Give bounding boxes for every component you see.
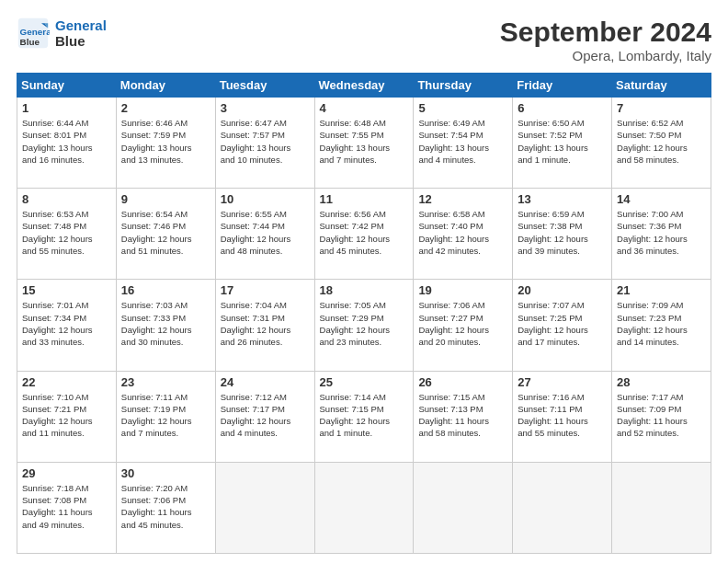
calendar-week-2: 8Sunrise: 6:53 AM Sunset: 7:48 PM Daylig… — [17, 189, 711, 280]
calendar-day-cell: 1Sunrise: 6:44 AM Sunset: 8:01 PM Daylig… — [17, 98, 117, 189]
calendar-week-5: 29Sunrise: 7:18 AM Sunset: 7:08 PM Dayli… — [17, 462, 711, 553]
main-title: September 2024 — [500, 17, 711, 48]
calendar-header-monday: Monday — [116, 74, 215, 98]
calendar-table: SundayMondayTuesdayWednesdayThursdayFrid… — [17, 73, 711, 554]
calendar-day-cell — [314, 462, 414, 553]
calendar-week-3: 15Sunrise: 7:01 AM Sunset: 7:34 PM Dayli… — [17, 280, 711, 371]
day-detail: Sunrise: 6:49 AM Sunset: 7:54 PM Dayligh… — [418, 117, 507, 166]
calendar-day-cell: 16Sunrise: 7:03 AM Sunset: 7:33 PM Dayli… — [116, 280, 215, 371]
day-detail: Sunrise: 7:15 AM Sunset: 7:13 PM Dayligh… — [418, 391, 507, 440]
calendar-day-cell: 25Sunrise: 7:14 AM Sunset: 7:15 PM Dayli… — [314, 371, 414, 462]
calendar-day-cell: 27Sunrise: 7:16 AM Sunset: 7:11 PM Dayli… — [513, 371, 612, 462]
day-number: 10 — [221, 192, 310, 206]
day-detail: Sunrise: 7:16 AM Sunset: 7:11 PM Dayligh… — [518, 391, 607, 440]
day-detail: Sunrise: 6:48 AM Sunset: 7:55 PM Dayligh… — [320, 117, 409, 166]
calendar-day-cell: 7Sunrise: 6:52 AM Sunset: 7:50 PM Daylig… — [612, 98, 711, 189]
calendar-header-row: SundayMondayTuesdayWednesdayThursdayFrid… — [17, 74, 711, 98]
day-detail: Sunrise: 7:10 AM Sunset: 7:21 PM Dayligh… — [22, 391, 111, 440]
day-number: 11 — [320, 192, 409, 206]
day-number: 28 — [617, 375, 706, 389]
day-number: 22 — [22, 375, 111, 389]
day-detail: Sunrise: 7:12 AM Sunset: 7:17 PM Dayligh… — [221, 391, 310, 440]
calendar-day-cell: 12Sunrise: 6:58 AM Sunset: 7:40 PM Dayli… — [414, 189, 513, 280]
day-detail: Sunrise: 6:46 AM Sunset: 7:59 PM Dayligh… — [121, 117, 210, 166]
day-number: 2 — [121, 101, 210, 115]
calendar-day-cell — [414, 462, 513, 553]
svg-text:General: General — [20, 27, 50, 37]
calendar-day-cell: 19Sunrise: 7:06 AM Sunset: 7:27 PM Dayli… — [414, 280, 513, 371]
day-detail: Sunrise: 7:07 AM Sunset: 7:25 PM Dayligh… — [518, 299, 607, 348]
calendar-week-4: 22Sunrise: 7:10 AM Sunset: 7:21 PM Dayli… — [17, 371, 711, 462]
day-number: 16 — [121, 283, 210, 297]
calendar-day-cell: 11Sunrise: 6:56 AM Sunset: 7:42 PM Dayli… — [314, 189, 414, 280]
calendar-day-cell: 6Sunrise: 6:50 AM Sunset: 7:52 PM Daylig… — [513, 98, 612, 189]
day-number: 24 — [221, 375, 310, 389]
day-detail: Sunrise: 6:56 AM Sunset: 7:42 PM Dayligh… — [320, 208, 409, 257]
day-detail: Sunrise: 7:11 AM Sunset: 7:19 PM Dayligh… — [121, 391, 210, 440]
calendar-day-cell: 29Sunrise: 7:18 AM Sunset: 7:08 PM Dayli… — [17, 462, 117, 553]
title-block: September 2024 Opera, Lombardy, Italy — [500, 17, 711, 63]
calendar-day-cell — [513, 462, 612, 553]
calendar-day-cell: 4Sunrise: 6:48 AM Sunset: 7:55 PM Daylig… — [314, 98, 414, 189]
day-detail: Sunrise: 7:17 AM Sunset: 7:09 PM Dayligh… — [617, 391, 706, 440]
calendar-header-sunday: Sunday — [17, 74, 117, 98]
day-detail: Sunrise: 6:53 AM Sunset: 7:48 PM Dayligh… — [22, 208, 111, 257]
day-number: 21 — [617, 283, 706, 297]
day-number: 30 — [121, 466, 210, 480]
day-number: 19 — [418, 283, 507, 297]
day-detail: Sunrise: 7:14 AM Sunset: 7:15 PM Dayligh… — [320, 391, 409, 440]
calendar-header-wednesday: Wednesday — [314, 74, 414, 98]
day-number: 6 — [518, 101, 607, 115]
calendar-day-cell: 9Sunrise: 6:54 AM Sunset: 7:46 PM Daylig… — [116, 189, 215, 280]
day-number: 27 — [518, 375, 607, 389]
calendar-day-cell — [215, 462, 314, 553]
header: General Blue General Blue September 2024… — [17, 17, 711, 63]
day-detail: Sunrise: 7:04 AM Sunset: 7:31 PM Dayligh… — [221, 299, 310, 348]
day-detail: Sunrise: 7:05 AM Sunset: 7:29 PM Dayligh… — [320, 299, 409, 348]
calendar-week-1: 1Sunrise: 6:44 AM Sunset: 8:01 PM Daylig… — [17, 98, 711, 189]
calendar-day-cell: 15Sunrise: 7:01 AM Sunset: 7:34 PM Dayli… — [17, 280, 117, 371]
calendar-day-cell: 17Sunrise: 7:04 AM Sunset: 7:31 PM Dayli… — [215, 280, 314, 371]
calendar-day-cell: 23Sunrise: 7:11 AM Sunset: 7:19 PM Dayli… — [116, 371, 215, 462]
day-number: 4 — [320, 101, 409, 115]
calendar-header-tuesday: Tuesday — [215, 74, 314, 98]
day-detail: Sunrise: 6:54 AM Sunset: 7:46 PM Dayligh… — [121, 208, 210, 257]
calendar-day-cell: 20Sunrise: 7:07 AM Sunset: 7:25 PM Dayli… — [513, 280, 612, 371]
day-detail: Sunrise: 7:18 AM Sunset: 7:08 PM Dayligh… — [22, 482, 111, 531]
day-number: 25 — [320, 375, 409, 389]
calendar-header-saturday: Saturday — [612, 74, 711, 98]
day-number: 13 — [518, 192, 607, 206]
calendar-header-thursday: Thursday — [414, 74, 513, 98]
calendar-day-cell: 24Sunrise: 7:12 AM Sunset: 7:17 PM Dayli… — [215, 371, 314, 462]
day-number: 5 — [418, 101, 507, 115]
calendar-day-cell: 5Sunrise: 6:49 AM Sunset: 7:54 PM Daylig… — [414, 98, 513, 189]
calendar-day-cell: 26Sunrise: 7:15 AM Sunset: 7:13 PM Dayli… — [414, 371, 513, 462]
calendar-day-cell: 13Sunrise: 6:59 AM Sunset: 7:38 PM Dayli… — [513, 189, 612, 280]
logo-text: General Blue — [55, 17, 107, 49]
day-number: 1 — [22, 101, 111, 115]
day-detail: Sunrise: 7:20 AM Sunset: 7:06 PM Dayligh… — [121, 482, 210, 531]
day-detail: Sunrise: 7:09 AM Sunset: 7:23 PM Dayligh… — [617, 299, 706, 348]
svg-text:Blue: Blue — [20, 37, 40, 47]
calendar-day-cell: 21Sunrise: 7:09 AM Sunset: 7:23 PM Dayli… — [612, 280, 711, 371]
day-number: 18 — [320, 283, 409, 297]
day-number: 29 — [22, 466, 111, 480]
day-detail: Sunrise: 7:01 AM Sunset: 7:34 PM Dayligh… — [22, 299, 111, 348]
day-detail: Sunrise: 7:06 AM Sunset: 7:27 PM Dayligh… — [418, 299, 507, 348]
sub-title: Opera, Lombardy, Italy — [500, 48, 711, 63]
day-number: 26 — [418, 375, 507, 389]
logo: General Blue General Blue — [17, 17, 107, 50]
day-number: 12 — [418, 192, 507, 206]
page: General Blue General Blue September 2024… — [0, 0, 728, 563]
calendar-day-cell: 22Sunrise: 7:10 AM Sunset: 7:21 PM Dayli… — [17, 371, 117, 462]
day-number: 17 — [221, 283, 310, 297]
calendar-day-cell: 28Sunrise: 7:17 AM Sunset: 7:09 PM Dayli… — [612, 371, 711, 462]
calendar-header-friday: Friday — [513, 74, 612, 98]
calendar-day-cell: 18Sunrise: 7:05 AM Sunset: 7:29 PM Dayli… — [314, 280, 414, 371]
day-number: 14 — [617, 192, 706, 206]
calendar-day-cell: 2Sunrise: 6:46 AM Sunset: 7:59 PM Daylig… — [116, 98, 215, 189]
day-number: 23 — [121, 375, 210, 389]
day-detail: Sunrise: 6:47 AM Sunset: 7:57 PM Dayligh… — [221, 117, 310, 166]
calendar-day-cell: 3Sunrise: 6:47 AM Sunset: 7:57 PM Daylig… — [215, 98, 314, 189]
day-number: 7 — [617, 101, 706, 115]
